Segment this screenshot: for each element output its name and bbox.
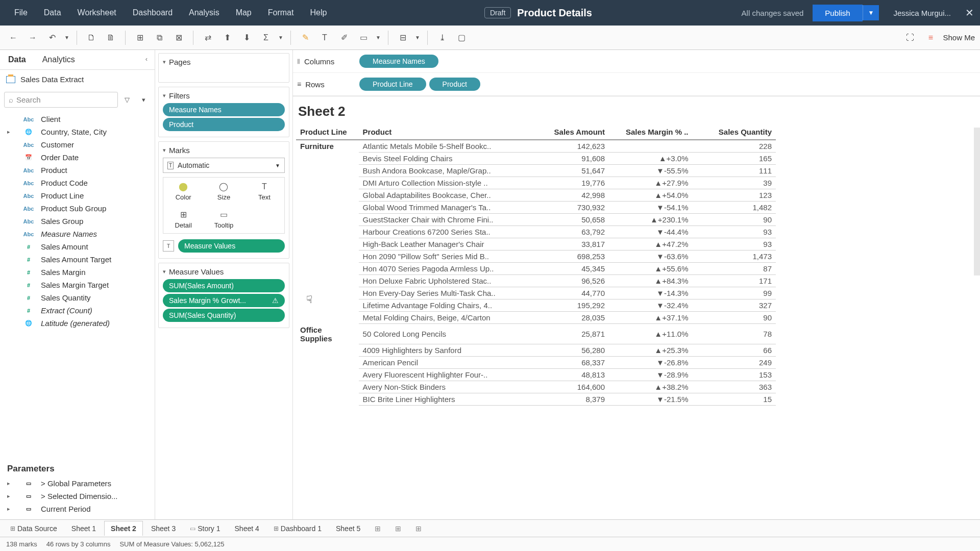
field-item[interactable]: #Sales Margin xyxy=(0,266,155,279)
field-item[interactable]: #Sales Quantity xyxy=(0,291,155,304)
expand-icon[interactable]: ▸ xyxy=(7,506,10,512)
field-item[interactable]: AbcProduct Line xyxy=(0,189,155,202)
table-row[interactable]: 4009 Highlighters by Sanford56,280▲+25.3… xyxy=(296,344,776,357)
table-row[interactable]: Avery Fluorescent Highlighter Four-..48,… xyxy=(296,369,776,381)
table-row[interactable]: GuestStacker Chair with Chrome Fini..50,… xyxy=(296,214,776,226)
filter-pill[interactable]: Measure Names xyxy=(163,103,285,116)
collapse-panel-icon[interactable]: ‹ xyxy=(138,50,155,69)
field-item[interactable]: 📅Order Date xyxy=(0,151,155,164)
data-guide-icon[interactable]: ⛶ xyxy=(902,30,918,46)
column-header[interactable]: Sales Margin % .. xyxy=(609,124,692,140)
sheet-tab[interactable]: ⊞Data Source xyxy=(4,521,63,536)
column-header[interactable]: Product xyxy=(359,124,531,140)
expand-icon[interactable]: ▸ xyxy=(7,493,10,499)
highlight-icon[interactable]: ✎ xyxy=(297,30,313,46)
field-item[interactable]: AbcClient xyxy=(0,113,155,126)
cards-drop-icon[interactable]: ▼ xyxy=(414,30,421,46)
data-tab[interactable]: Data xyxy=(0,50,34,69)
sheet-tab[interactable]: Sheet 4 xyxy=(229,521,265,536)
table-row[interactable]: American Pencil68,337▼-26.8%249 xyxy=(296,357,776,369)
user-menu[interactable]: Jessica Murgui... xyxy=(893,9,951,17)
showme-icon[interactable]: ≡ xyxy=(922,30,939,46)
expand-icon[interactable]: ▸ xyxy=(7,129,10,135)
totals-drop-icon[interactable]: ▼ xyxy=(277,30,284,46)
field-item[interactable]: AbcSales Group xyxy=(0,215,155,228)
chevron-down-icon[interactable]: ▾ xyxy=(163,268,166,275)
format-icon[interactable]: ✐ xyxy=(336,30,352,46)
undo-icon[interactable]: ↶ xyxy=(44,30,60,46)
parameter-item[interactable]: ▸▭> Selected Dimensio... xyxy=(0,490,155,503)
table-row[interactable]: Avery Non-Stick Binders164,600▲+38.2%363 xyxy=(296,381,776,393)
vertical-scrollbar[interactable] xyxy=(974,128,980,276)
columns-shelf[interactable]: ⦀Columns Measure Names xyxy=(293,50,980,73)
new-dashboard-icon[interactable]: ⊞ xyxy=(389,521,407,536)
sort-desc-icon[interactable]: ⬇ xyxy=(238,30,255,46)
view-options-icon[interactable]: ▾ xyxy=(136,92,151,108)
filter-pill[interactable]: Product xyxy=(163,118,285,131)
back-icon[interactable]: ← xyxy=(5,30,21,46)
analytics-tab[interactable]: Analytics xyxy=(34,50,83,69)
field-item[interactable]: AbcProduct Code xyxy=(0,177,155,189)
measure-value-pill[interactable]: Sales Margin % Growt... ⚠ xyxy=(163,294,285,307)
sheet-tab[interactable]: Sheet 2 xyxy=(104,521,143,536)
column-header[interactable]: Sales Amount xyxy=(531,124,609,140)
sheet-title[interactable]: Sheet 2 xyxy=(293,96,980,124)
undo-drop-icon[interactable]: ▼ xyxy=(63,30,70,46)
table-row[interactable]: Metal Folding Chairs, Beige, 4/Carton28,… xyxy=(296,312,776,324)
close-icon[interactable]: ✕ xyxy=(965,7,974,19)
sheet-tab[interactable]: ▭Story 1 xyxy=(184,521,226,536)
mark-size[interactable]: ◯Size xyxy=(204,178,243,205)
new-datasource-icon[interactable]: 🗋 xyxy=(83,30,100,46)
parameter-item[interactable]: ▸▭> Global Parameters xyxy=(0,477,155,490)
duplicate-icon[interactable]: ⧉ xyxy=(151,30,167,46)
table-row[interactable]: FurnitureAtlantic Metals Mobile 5-Shelf … xyxy=(296,140,776,153)
field-item[interactable]: AbcMeasure Names xyxy=(0,228,155,240)
menu-item-data[interactable]: Data xyxy=(36,4,69,21)
field-search-input[interactable]: ⌕ Search xyxy=(4,92,118,108)
rows-pill[interactable]: Product Line xyxy=(359,78,426,91)
mark-tooltip[interactable]: ▭Tooltip xyxy=(204,206,243,233)
chevron-down-icon[interactable]: ▾ xyxy=(163,59,166,65)
table-row[interactable]: Bevis Steel Folding Chairs91,608▲+3.0%16… xyxy=(296,153,776,165)
menu-item-dashboard[interactable]: Dashboard xyxy=(125,4,181,21)
field-item[interactable]: AbcProduct xyxy=(0,164,155,177)
datasource-item[interactable]: Sales Data Extract xyxy=(0,70,155,89)
fit-icon[interactable]: ▭ xyxy=(355,30,372,46)
column-header[interactable]: Product Line xyxy=(296,124,359,140)
table-row[interactable]: Lifetime Advantage Folding Chairs, 4..19… xyxy=(296,299,776,312)
field-item[interactable]: #Sales Amount xyxy=(0,240,155,253)
column-header[interactable]: Sales Quantity xyxy=(692,124,776,140)
menu-item-help[interactable]: Help xyxy=(302,4,335,21)
table-row[interactable]: Hon 4070 Series Pagoda Armless Up..45,34… xyxy=(296,263,776,275)
table-row[interactable]: Global Wood Trimmed Manager's Ta..730,93… xyxy=(296,202,776,214)
mark-text[interactable]: TText xyxy=(244,178,284,205)
swap-icon[interactable]: ⇄ xyxy=(200,30,216,46)
text-mark-pill[interactable]: Measure Values xyxy=(178,239,285,253)
table-row[interactable]: High-Back Leather Manager's Chair33,817▲… xyxy=(296,238,776,251)
show-cards-icon[interactable]: ⊟ xyxy=(395,30,411,46)
menu-item-format[interactable]: Format xyxy=(260,4,302,21)
mark-type-dropdown[interactable]: TAutomatic ▼ xyxy=(163,158,285,173)
new-story-icon[interactable]: ⊞ xyxy=(409,521,428,536)
labels-icon[interactable]: T xyxy=(316,30,333,46)
refresh-icon[interactable]: 🗎 xyxy=(103,30,119,46)
clear-icon[interactable]: ⊠ xyxy=(170,30,187,46)
mark-detail[interactable]: ⊞Detail xyxy=(163,206,203,233)
rows-shelf[interactable]: ≡Rows Product LineProduct xyxy=(293,73,980,96)
parameter-item[interactable]: ▸▭Current Period xyxy=(0,503,155,515)
chevron-down-icon[interactable]: ▾ xyxy=(163,92,166,99)
measure-value-pill[interactable]: SUM(Sales Quantity) xyxy=(163,309,285,322)
table-row[interactable]: DMI Arturo Collection Mission-style ..19… xyxy=(296,177,776,189)
new-sheet-icon[interactable]: ⊞ xyxy=(369,521,387,536)
sheet-tab[interactable]: Sheet 3 xyxy=(145,521,182,536)
expand-icon[interactable]: ▸ xyxy=(7,480,10,487)
chevron-down-icon[interactable]: ▾ xyxy=(163,147,166,154)
table-row[interactable]: Global Adaptabilites Bookcase, Cher..42,… xyxy=(296,189,776,202)
measure-value-pill[interactable]: SUM(Sales Amount) xyxy=(163,279,285,292)
table-row[interactable]: Hon Every-Day Series Multi-Task Cha..44,… xyxy=(296,287,776,299)
menu-item-worksheet[interactable]: Worksheet xyxy=(69,4,125,21)
menu-item-map[interactable]: Map xyxy=(228,4,260,21)
download-icon[interactable]: ⤓ xyxy=(434,30,450,46)
publish-button[interactable]: Publish xyxy=(813,5,862,21)
field-item[interactable]: AbcProduct Sub Group xyxy=(0,202,155,215)
